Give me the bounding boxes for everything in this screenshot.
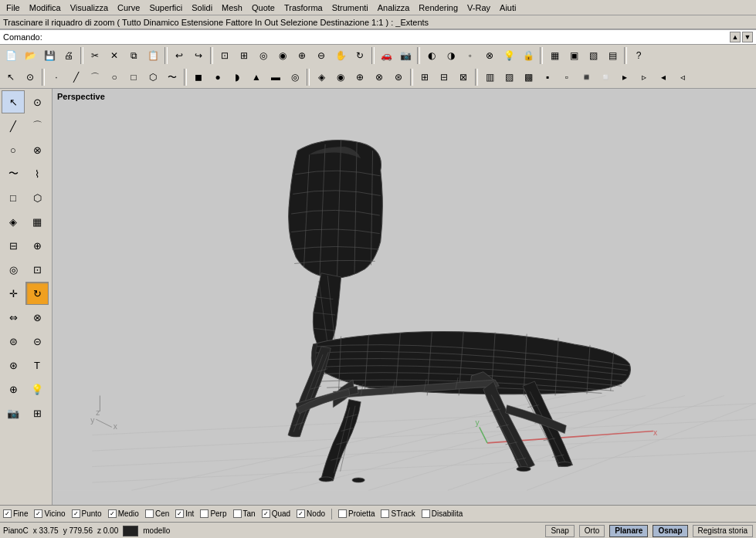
- tb-mesh7[interactable]: ◽: [596, 68, 615, 86]
- tb-pan[interactable]: ✋: [331, 46, 350, 65]
- ltb-mirror[interactable]: ⊗: [25, 306, 49, 329]
- tb-sweep[interactable]: ⊗: [370, 68, 388, 86]
- tb-print[interactable]: 🖨: [59, 46, 78, 65]
- tb-vray3[interactable]: ▧: [584, 46, 602, 65]
- tb-pt[interactable]: ·: [47, 68, 66, 86]
- snap-int-label[interactable]: Int: [185, 509, 194, 518]
- tb-car[interactable]: 🚗: [377, 46, 395, 65]
- menu-strumenti[interactable]: Strumenti: [327, 2, 373, 14]
- snap-fine-label[interactable]: Fine: [13, 509, 28, 518]
- orto-btn[interactable]: Orto: [579, 525, 605, 537]
- snap-medio-check[interactable]: [108, 509, 117, 518]
- tb-zoom-out[interactable]: ⊖: [312, 46, 331, 65]
- menu-solidi[interactable]: Solidi: [187, 2, 217, 14]
- snap-nodo-label[interactable]: Nodo: [307, 509, 325, 518]
- tb-mesh11[interactable]: ◃: [673, 68, 692, 86]
- tb-cam[interactable]: 📷: [396, 46, 415, 65]
- tb-inter[interactable]: ⊠: [454, 68, 473, 86]
- tb-mesh1[interactable]: ▥: [480, 68, 499, 86]
- tb-line2[interactable]: ╱: [66, 68, 85, 86]
- tb-mesh6[interactable]: ◾: [577, 68, 595, 86]
- ltb-polygon2[interactable]: ⬡: [25, 186, 49, 209]
- tb-mesh2[interactable]: ▨: [500, 68, 518, 86]
- ltb-dim[interactable]: ⊛: [2, 354, 25, 377]
- snap-strack-check[interactable]: [381, 509, 389, 518]
- snap-vicino-check[interactable]: [34, 509, 42, 518]
- tb-mesh10[interactable]: ◂: [654, 68, 673, 86]
- ltb-cam2[interactable]: 📷: [2, 401, 25, 425]
- ltb-arc[interactable]: ⌒: [25, 114, 49, 137]
- tb-cyl2[interactable]: ◗: [228, 68, 246, 86]
- ltb-rect[interactable]: □: [2, 186, 25, 209]
- tb-mesh9[interactable]: ▹: [635, 68, 653, 86]
- tb-save[interactable]: 💾: [40, 46, 59, 65]
- layer-color-swatch[interactable]: [123, 526, 138, 536]
- tb-mesh8[interactable]: ▸: [615, 68, 634, 86]
- ltb-curve[interactable]: 〜: [2, 162, 25, 185]
- tb-rotate-view[interactable]: ↻: [351, 46, 369, 65]
- tb-vray1[interactable]: ▦: [545, 46, 564, 65]
- menu-superfici[interactable]: Superfici: [144, 2, 187, 14]
- menu-file[interactable]: File: [2, 2, 25, 14]
- tb-zoom-in[interactable]: ⊕: [293, 46, 311, 65]
- tb-zoom-ext[interactable]: ⊞: [235, 46, 253, 65]
- tb-sphere2[interactable]: ●: [208, 68, 227, 86]
- tb-light[interactable]: 💡: [500, 46, 518, 65]
- tb-redo[interactable]: ↪: [189, 46, 208, 65]
- menu-mesh[interactable]: Mesh: [217, 2, 247, 14]
- snap-fine-check[interactable]: [3, 509, 12, 518]
- tb-undo[interactable]: ↩: [170, 46, 188, 65]
- tb-select-mode[interactable]: ↖: [2, 68, 20, 86]
- snap-quad-label[interactable]: Quad: [272, 509, 290, 518]
- tb-help[interactable]: ?: [629, 46, 648, 65]
- tb-zoom-sel[interactable]: ◉: [273, 46, 292, 65]
- snap-disabilita-label[interactable]: Disabilita: [432, 509, 463, 518]
- ltb-move[interactable]: ✛: [2, 282, 25, 305]
- snap-medio-label[interactable]: Medio: [118, 509, 139, 518]
- snap-vicino-label[interactable]: Vicino: [44, 509, 65, 518]
- snap-perp-check[interactable]: [200, 509, 208, 518]
- tb-rect2[interactable]: □: [124, 68, 143, 86]
- tb-spline[interactable]: 〜: [163, 68, 181, 86]
- tb-mesh3[interactable]: ▩: [519, 68, 537, 86]
- tb-patch[interactable]: ⊛: [389, 68, 408, 86]
- ltb-line[interactable]: ╱: [2, 114, 25, 137]
- ltb-chamfer[interactable]: ⊡: [25, 258, 49, 281]
- tb-wire[interactable]: ◑: [442, 46, 460, 65]
- ltb-mesh[interactable]: ▦: [25, 210, 49, 233]
- menu-trasforma[interactable]: Trasforma: [280, 2, 327, 14]
- ltb-array[interactable]: ⊜: [2, 330, 25, 353]
- ltb-text[interactable]: T: [25, 354, 49, 377]
- ltb-circle[interactable]: ○: [2, 138, 25, 161]
- snap-punto-label[interactable]: Punto: [82, 509, 102, 518]
- snap-proietta-check[interactable]: [338, 509, 347, 518]
- viewport[interactable]: Perspective: [53, 89, 756, 505]
- tb-mat[interactable]: ⊗: [480, 46, 499, 65]
- snap-nodo-check[interactable]: [297, 509, 305, 518]
- snap-disabilita-check[interactable]: [422, 509, 430, 518]
- ltb-scale[interactable]: ⇔: [2, 306, 25, 329]
- tb-union[interactable]: ⊞: [415, 68, 434, 86]
- tb-zoom-win[interactable]: ⊡: [215, 46, 234, 65]
- tb-mesh4[interactable]: ▪: [538, 68, 557, 86]
- menu-rendering[interactable]: Rendering: [414, 2, 463, 14]
- tb-vray4[interactable]: ▤: [603, 46, 622, 65]
- tb-render-preview[interactable]: ◦: [461, 46, 480, 65]
- menu-analizza[interactable]: Analizza: [373, 2, 415, 14]
- ltb-group[interactable]: ⊝: [25, 330, 49, 353]
- tb-select-sub[interactable]: ⊙: [21, 68, 39, 86]
- tb-arc2[interactable]: ⌒: [86, 68, 104, 86]
- ltb-fillet[interactable]: ◎: [2, 258, 25, 281]
- tb-shaded[interactable]: ◐: [422, 46, 441, 65]
- tb-new[interactable]: 📄: [2, 46, 20, 65]
- ltb-select[interactable]: ↖: [2, 90, 25, 113]
- tb-revolve[interactable]: ◉: [331, 68, 350, 86]
- command-down-arrow[interactable]: ▼: [742, 32, 753, 42]
- ltb-ellipse[interactable]: ⊗: [25, 138, 49, 161]
- ltb-trim[interactable]: ⊟: [2, 234, 25, 257]
- ltb-point[interactable]: ⊙: [25, 90, 49, 113]
- tb-circle2[interactable]: ○: [105, 68, 124, 86]
- menu-quote[interactable]: Quote: [247, 2, 280, 14]
- command-up-arrow[interactable]: ▲: [730, 32, 741, 42]
- snap-perp-label[interactable]: Perp: [210, 509, 226, 518]
